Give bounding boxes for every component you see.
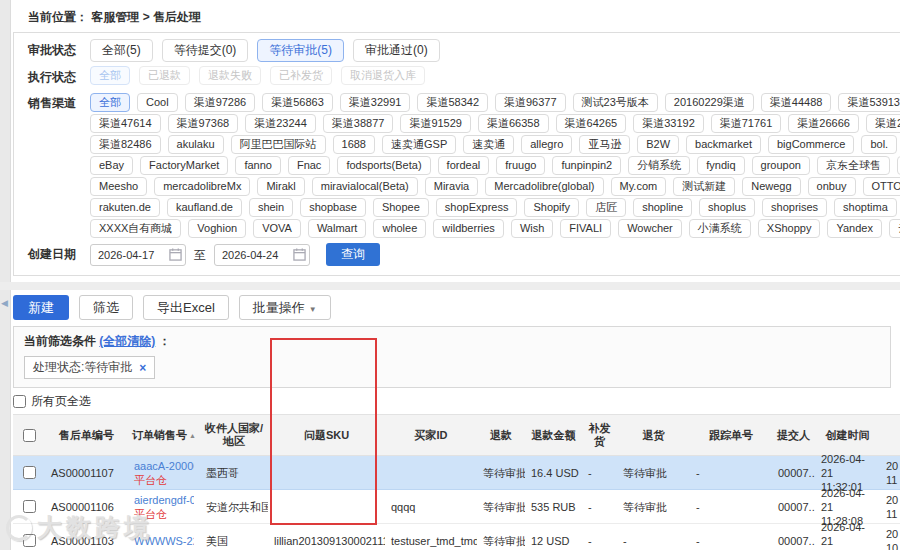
- filter-option[interactable]: wildberries: [433, 219, 504, 238]
- breadcrumb-path[interactable]: 客服管理 > 售后处理: [91, 10, 201, 24]
- filter-option[interactable]: 云卖供应商: [889, 219, 900, 238]
- filter-option[interactable]: 渠道26666: [788, 114, 859, 133]
- filter-option[interactable]: 阿里巴巴国际站: [231, 135, 326, 154]
- filter-option[interactable]: 小满系统: [689, 219, 751, 238]
- filter-option[interactable]: Wowcher: [618, 219, 682, 238]
- filter-option[interactable]: Newegg: [742, 177, 800, 196]
- filter-option[interactable]: 京东全球售: [817, 156, 890, 175]
- table-row[interactable]: AS00001103WWWWS-220美国lillian201309130002…: [13, 524, 900, 550]
- filter-option[interactable]: bigCommerce: [768, 135, 854, 154]
- column-header[interactable]: 订单销售号▲: [128, 415, 200, 455]
- filter-option[interactable]: shopExpress: [436, 198, 518, 217]
- filter-option[interactable]: 全部(5): [90, 39, 153, 62]
- filter-option[interactable]: shoptima: [834, 198, 897, 217]
- column-header[interactable]: 售后单编号: [45, 415, 128, 455]
- filter-option[interactable]: kaufland.de: [167, 198, 242, 217]
- filter-option[interactable]: XShoppy: [758, 219, 821, 238]
- filter-option[interactable]: 渠道91529: [400, 114, 471, 133]
- select-all-checkbox[interactable]: [23, 429, 36, 442]
- filter-option[interactable]: fruugo: [496, 156, 545, 175]
- filter-option[interactable]: Cool: [137, 93, 178, 112]
- filter-option[interactable]: My.com: [611, 177, 667, 196]
- filter-option[interactable]: allegro: [521, 135, 572, 154]
- filter-option[interactable]: 渠道97368: [168, 114, 239, 133]
- filter-option[interactable]: shoprises: [762, 198, 827, 217]
- filter-option[interactable]: Walmart: [308, 219, 367, 238]
- filter-option[interactable]: 速卖通GSP: [382, 135, 456, 154]
- filter-option[interactable]: Mercadolibre(global): [485, 177, 603, 196]
- filter-option[interactable]: shopline: [633, 198, 692, 217]
- sidebar-collapse-arrow-icon[interactable]: ◀: [1, 298, 8, 308]
- filter-option[interactable]: 渠道32991: [340, 93, 411, 112]
- batch-actions-button[interactable]: 批量操作▼: [239, 295, 331, 320]
- filter-option[interactable]: 等待提交(0): [162, 39, 249, 62]
- filter-option[interactable]: 渠道44488: [761, 93, 832, 112]
- filter-button[interactable]: 筛选: [79, 295, 133, 320]
- filter-option[interactable]: 1688: [333, 135, 375, 154]
- order-link[interactable]: aaacA-2000003843...: [134, 459, 194, 473]
- filter-option[interactable]: 等待审批(5): [257, 39, 344, 62]
- remove-chip-icon[interactable]: ×: [139, 361, 146, 375]
- filter-option[interactable]: 亚马逊: [579, 135, 630, 154]
- column-header[interactable]: 退货: [617, 415, 690, 455]
- filter-option[interactable]: 渠道29729: [866, 114, 900, 133]
- filter-option[interactable]: 渠道47614: [90, 114, 161, 133]
- filter-option[interactable]: Meesho: [90, 177, 147, 196]
- filter-option[interactable]: 渠道64265: [556, 114, 627, 133]
- column-header[interactable]: 提交人: [772, 415, 815, 455]
- filter-option[interactable]: Shopify: [524, 198, 579, 217]
- filter-option[interactable]: 渠道33192: [633, 114, 704, 133]
- order-link[interactable]: WWWWS-220: [134, 534, 194, 548]
- filter-option[interactable]: Mirakl: [257, 177, 304, 196]
- create-button[interactable]: 新建: [13, 295, 69, 320]
- row-checkbox[interactable]: [23, 466, 36, 479]
- filter-option[interactable]: 20160229渠道: [665, 93, 754, 112]
- filter-option[interactable]: Yandex: [827, 219, 882, 238]
- filter-option[interactable]: shopbase: [300, 198, 366, 217]
- filter-option[interactable]: 渠道66358: [478, 114, 549, 133]
- column-header[interactable]: [880, 415, 900, 455]
- filter-option[interactable]: Voghion: [188, 219, 246, 238]
- filter-option[interactable]: fodsports(Beta): [337, 156, 430, 175]
- filter-option[interactable]: onbuy: [808, 177, 856, 196]
- column-header[interactable]: 退款: [477, 415, 525, 455]
- column-header[interactable]: 跟踪单号: [690, 415, 772, 455]
- filter-option[interactable]: OTTO: [863, 177, 900, 196]
- filter-option[interactable]: rakuten.de: [90, 198, 160, 217]
- filter-option[interactable]: 渠道38877: [323, 114, 394, 133]
- filter-option[interactable]: 渠道56863: [262, 93, 333, 112]
- filter-option[interactable]: 渠道96377: [495, 93, 566, 112]
- filter-option[interactable]: 测试新建: [673, 177, 735, 196]
- filter-option[interactable]: VOVA: [253, 219, 301, 238]
- filter-option[interactable]: 渠道53913: [838, 93, 900, 112]
- column-header[interactable]: 补发货: [582, 415, 617, 455]
- filter-option[interactable]: XXXX自有商城: [90, 219, 181, 238]
- filter-option[interactable]: miravialocal(Beta): [312, 177, 418, 196]
- filter-option[interactable]: 分销系统: [628, 156, 690, 175]
- filter-option[interactable]: 渠道71761: [711, 114, 782, 133]
- column-header[interactable]: 创建时间: [815, 415, 880, 455]
- column-header[interactable]: 买家ID: [385, 415, 477, 455]
- filter-option[interactable]: shein: [249, 198, 293, 217]
- filter-option[interactable]: Shopee: [373, 198, 429, 217]
- filter-option[interactable]: 速卖通: [463, 135, 514, 154]
- column-header[interactable]: 收件人国家/地区: [200, 415, 268, 455]
- filter-option[interactable]: backmarket: [686, 135, 761, 154]
- export-excel-button[interactable]: 导出Excel: [143, 295, 229, 320]
- table-row[interactable]: AS00001107aaacA-2000003843...平台仓墨西哥等待审批1…: [13, 456, 900, 490]
- filter-option[interactable]: 渠道23244: [245, 114, 316, 133]
- filter-option[interactable]: FactoryMarket: [140, 156, 228, 175]
- row-checkbox[interactable]: [23, 500, 36, 513]
- filter-option[interactable]: 店匠: [586, 198, 626, 217]
- filter-option[interactable]: 渠道97286: [185, 93, 256, 112]
- sort-asc-icon[interactable]: ▲: [189, 429, 196, 442]
- table-row[interactable]: AS00001106aierdengdf-055230...平台仓安道尔共和国q…: [13, 490, 900, 524]
- filter-option[interactable]: B2W: [637, 135, 679, 154]
- filter-option[interactable]: shoplus: [699, 198, 755, 217]
- filter-option[interactable]: wholee: [373, 219, 426, 238]
- filter-option[interactable]: mercadolibreMx: [154, 177, 250, 196]
- select-all-pages-checkbox[interactable]: [13, 395, 26, 408]
- filter-option[interactable]: akulaku: [168, 135, 224, 154]
- filter-option[interactable]: fyndiq: [697, 156, 744, 175]
- filter-option[interactable]: Miravia: [425, 177, 478, 196]
